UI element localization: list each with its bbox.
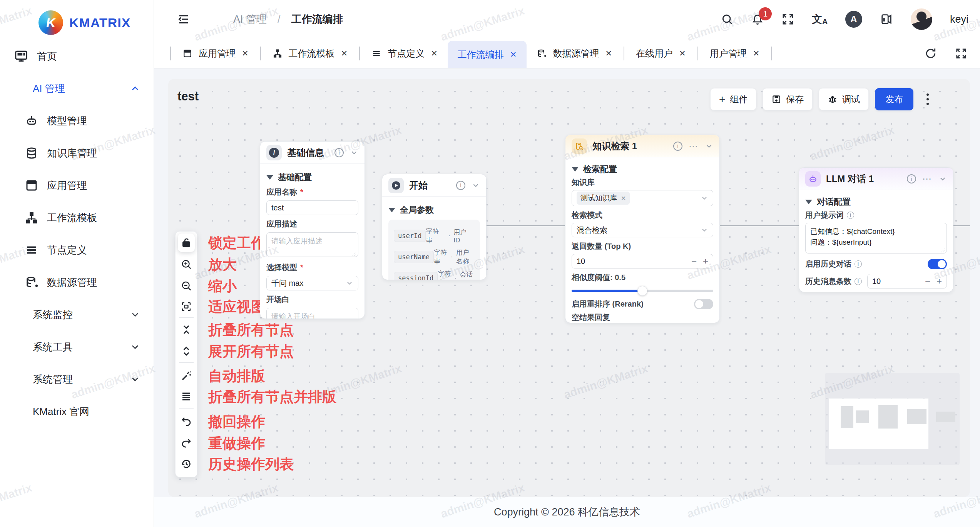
close-icon[interactable]: ✕ <box>621 195 626 202</box>
similarity-slider[interactable] <box>572 285 713 296</box>
section-retrieval-config[interactable]: 检索配置 <box>572 163 713 175</box>
flow-toolbar <box>175 231 197 477</box>
sidebar: K KMATRIX 首页 AI 管理 模型管理 知识库管理 <box>0 0 154 527</box>
model-select[interactable]: 千问 max <box>266 276 358 290</box>
info-icon[interactable]: i <box>855 260 862 268</box>
param-row: userName 字符串·用户名称 <box>394 248 475 266</box>
brand: K KMATRIX <box>0 0 154 38</box>
history-count-input[interactable]: 10 −+ <box>867 274 947 289</box>
tab-workflow-template[interactable]: 工作流模板 ✕ <box>263 47 358 60</box>
tab-app-management[interactable]: 应用管理 ✕ <box>172 47 259 60</box>
sidebar-item-system-monitor[interactable]: 系统监控 <box>0 299 154 331</box>
minimap-node <box>907 409 926 424</box>
language-icon[interactable]: 文A <box>812 12 828 26</box>
section-chat-config[interactable]: 对话配置 <box>805 196 947 208</box>
tab-node-definition[interactable]: 节点定义 ✕ <box>361 47 448 60</box>
sidebar-item-kmatrix-website[interactable]: KMatrix 官网 <box>0 395 154 428</box>
minus-stepper[interactable]: − <box>691 256 697 267</box>
tab-online-users[interactable]: 在线用户 ✕ <box>626 47 696 60</box>
retrieval-mode-select[interactable]: 混合检索 <box>572 223 713 237</box>
node-knowledge-retrieval[interactable]: 知识检索 1 i ⋯ 检索配置 知识库 测试知识库 ✕ <box>565 135 720 323</box>
rerank-row: 启用重排序 (Rerank) <box>572 299 713 309</box>
field-label-app-desc: 应用描述 <box>266 219 358 229</box>
sidebar-item-system-management[interactable]: 系统管理 <box>0 363 154 395</box>
topk-number-input[interactable]: 10 −+ <box>572 254 713 269</box>
opening-textarea[interactable] <box>266 308 358 319</box>
minus-stepper[interactable]: − <box>925 276 930 287</box>
brand-logo-icon: K <box>38 10 63 35</box>
minimap[interactable] <box>825 373 960 465</box>
username[interactable]: keyi <box>950 13 968 25</box>
slider-thumb[interactable] <box>637 286 647 296</box>
tab-user-management[interactable]: 用户管理 ✕ <box>700 47 770 60</box>
workflow-canvas[interactable]: test + 组件 保存 调试 发布 <box>168 79 970 497</box>
node-llm-chat[interactable]: LLM 对话 1 i ⋯ 对话配置 用户提示词 i 已知信息：${chatCon… <box>799 167 953 292</box>
user-avatar[interactable] <box>911 8 932 30</box>
annotation-redo: 重做操作 <box>208 434 265 453</box>
info-icon[interactable]: i <box>673 142 682 151</box>
close-icon[interactable]: ✕ <box>431 49 438 58</box>
refresh-icon[interactable] <box>925 47 937 60</box>
start-node-icon <box>388 178 404 193</box>
prompt-textarea[interactable]: 已知信息：${chatContext} 问题：${userInput} <box>805 223 947 253</box>
info-icon[interactable]: i <box>907 174 916 183</box>
node-start[interactable]: 开始 i 全局参数 userId 字符串·用户 ID use <box>382 174 487 280</box>
tab-workflow-editor-active[interactable]: 工作流编排 ✕ <box>448 41 527 68</box>
section-global-params[interactable]: 全局参数 <box>388 204 480 216</box>
chevron-down-icon[interactable] <box>705 142 713 150</box>
close-icon[interactable]: ✕ <box>510 50 517 59</box>
node-header[interactable]: 开始 i <box>382 174 486 197</box>
sidebar-item-knowledge-base[interactable]: 知识库管理 <box>0 137 154 169</box>
save-button[interactable]: 保存 <box>763 88 813 110</box>
close-icon[interactable]: ✕ <box>242 49 249 58</box>
sidebar-item-ai-management[interactable]: AI 管理 <box>0 72 154 105</box>
node-basic-info[interactable]: i 基础信息 i 基础配置 应用名称* 应用描述 <box>260 141 365 319</box>
chevron-down-icon[interactable] <box>938 175 947 183</box>
plus-stepper[interactable]: + <box>937 276 942 287</box>
app-window-icon <box>25 178 38 192</box>
publish-button[interactable]: 发布 <box>875 88 913 110</box>
add-component-button[interactable]: + 组件 <box>710 88 756 110</box>
info-icon[interactable]: i <box>855 278 862 285</box>
node-header[interactable]: i 基础信息 i <box>260 142 365 164</box>
notifications-bell-icon[interactable]: 1 <box>751 13 764 26</box>
info-icon[interactable]: i <box>334 148 344 157</box>
plus-stepper[interactable]: + <box>703 256 708 267</box>
section-basic-config[interactable]: 基础配置 <box>266 172 358 183</box>
close-icon[interactable]: ✕ <box>679 49 686 58</box>
rerank-toggle[interactable] <box>694 299 713 309</box>
search-icon[interactable] <box>721 13 733 25</box>
chevron-down-icon[interactable] <box>350 148 358 157</box>
fullscreen-icon[interactable] <box>955 48 967 59</box>
debug-button[interactable]: 调试 <box>819 88 869 110</box>
knowledge-base-select[interactable]: 测试知识库 ✕ <box>572 190 713 206</box>
chevron-down-icon[interactable] <box>472 181 480 190</box>
app-desc-textarea[interactable] <box>266 232 358 257</box>
history-toggle[interactable] <box>928 259 947 269</box>
sidebar-item-app-management[interactable]: 应用管理 <box>0 169 154 202</box>
more-icon[interactable]: ⋯ <box>689 144 699 148</box>
sidebar-item-model-management[interactable]: 模型管理 <box>0 105 154 137</box>
sidebar-item-system-tools[interactable]: 系统工具 <box>0 331 154 363</box>
app-name-input[interactable] <box>266 200 358 215</box>
node-header[interactable]: LLM 对话 1 i ⋯ <box>799 168 953 190</box>
close-icon[interactable]: ✕ <box>605 49 612 58</box>
sidebar-collapse-icon[interactable] <box>177 13 190 26</box>
theme-layout-icon[interactable] <box>880 13 893 26</box>
sidebar-item-node-definition[interactable]: 节点定义 <box>0 234 154 266</box>
tab-datasource-management[interactable]: 数据源管理 ✕ <box>527 47 622 60</box>
fullscreen-icon[interactable] <box>782 13 794 25</box>
sidebar-item-datasource-management[interactable]: 数据源管理 <box>0 266 154 299</box>
more-actions-icon[interactable] <box>923 90 932 108</box>
breadcrumb-parent[interactable]: AI 管理 <box>233 12 267 26</box>
info-icon[interactable]: i <box>847 212 854 219</box>
info-icon[interactable]: i <box>456 181 465 190</box>
close-icon[interactable]: ✕ <box>341 49 348 58</box>
sidebar-item-workflow-template[interactable]: 工作流模板 <box>0 202 154 234</box>
sidebar-item-home[interactable]: 首页 <box>0 40 154 72</box>
font-size-icon[interactable]: A <box>845 11 862 28</box>
bug-icon <box>828 94 838 104</box>
close-icon[interactable]: ✕ <box>753 49 760 58</box>
node-header[interactable]: 知识检索 1 i ⋯ <box>565 135 719 157</box>
more-icon[interactable]: ⋯ <box>922 177 932 181</box>
